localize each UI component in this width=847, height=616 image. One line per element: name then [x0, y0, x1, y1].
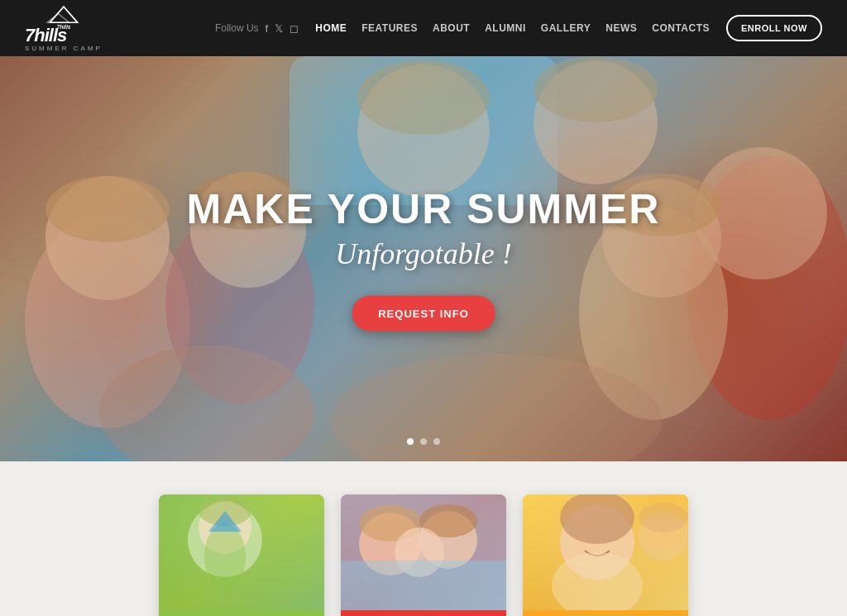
twitter-icon[interactable]: 𝕏 [275, 22, 283, 35]
nav-news[interactable]: NEWS [605, 22, 637, 34]
svg-point-11 [357, 60, 490, 135]
hero-content: MAKE YOUR SUMMER Unforgotable ! REQUEST … [187, 187, 661, 332]
dot-3[interactable] [433, 438, 440, 445]
logo-text: 7hills [25, 26, 103, 45]
card-staff: Staff Positions JOIN THE TEAM MORE [523, 494, 688, 616]
facebook-icon[interactable]: f [266, 22, 269, 35]
nav-gallery[interactable]: GALLERY [541, 22, 591, 34]
nav-home[interactable]: HOME [315, 22, 347, 34]
nav-about[interactable]: ABOUT [433, 22, 470, 34]
dot-1[interactable] [407, 438, 414, 445]
svg-rect-33 [341, 561, 506, 610]
svg-point-13 [534, 56, 658, 122]
svg-point-5 [45, 176, 170, 242]
hero-section: MAKE YOUR SUMMER Unforgotable ! REQUEST … [0, 56, 847, 461]
card-gallery: Photos VISIT GALLERY MORE [159, 494, 324, 616]
follow-us: Follow Us f 𝕏 ◻ [215, 22, 299, 35]
request-info-button[interactable]: REQUEST INFO [352, 296, 495, 332]
follow-label: Follow Us [215, 22, 259, 34]
card-staff-image [523, 494, 688, 610]
card-alumni-image [341, 494, 506, 610]
nav-features[interactable]: FEATURES [361, 22, 418, 34]
header-right: Follow Us f 𝕏 ◻ HOME FEATURES ABOUT ALUM… [215, 15, 822, 41]
header-left: 7hills 7hills SUMMER CAMP [25, 5, 103, 52]
card-gallery-body: Photos VISIT GALLERY MORE [159, 610, 324, 616]
svg-marker-0 [50, 7, 77, 22]
card-alumni: Alumni STAY IN TOUCH MORE [341, 494, 506, 616]
hero-title: MAKE YOUR SUMMER [187, 187, 661, 232]
logo-tagline: SUMMER CAMP [25, 45, 103, 52]
dot-2[interactable] [420, 438, 427, 445]
enroll-button[interactable]: ENROLL NOW [726, 15, 822, 41]
cards-section: Photos VISIT GALLERY MORE Alumni STAY IN… [0, 461, 847, 616]
nav-alumni[interactable]: ALUMNI [485, 22, 526, 34]
gallery-image-art [159, 494, 324, 610]
card-gallery-image [159, 494, 324, 610]
svg-point-39 [639, 503, 688, 532]
header: 7hills 7hills SUMMER CAMP Follow Us f 𝕏 … [0, 0, 847, 56]
svg-point-25 [204, 523, 246, 590]
card-staff-body: Staff Positions JOIN THE TEAM MORE [523, 610, 688, 616]
staff-image-art [523, 494, 688, 610]
nav: HOME FEATURES ABOUT ALUMNI GALLERY NEWS … [315, 22, 710, 34]
card-alumni-body: Alumni STAY IN TOUCH MORE [341, 610, 506, 616]
alumni-image-art [341, 494, 506, 610]
hero-subtitle: Unforgotable ! [187, 236, 661, 271]
logo[interactable]: 7hills 7hills SUMMER CAMP [25, 5, 103, 52]
nav-contacts[interactable]: CONTACTS [652, 22, 710, 34]
social-icons: f 𝕏 ◻ [266, 22, 299, 35]
hero-dots [407, 438, 440, 445]
instagram-icon[interactable]: ◻ [290, 22, 299, 35]
